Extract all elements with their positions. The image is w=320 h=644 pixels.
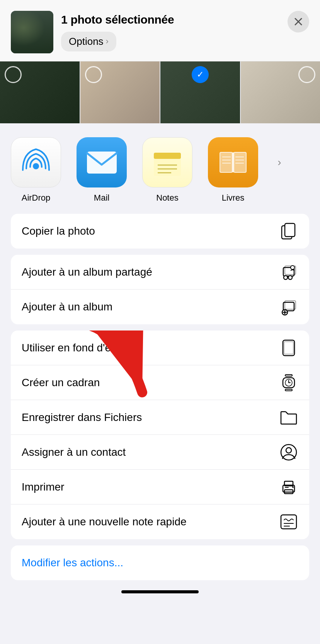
modify-actions-group: Modifier les actions... (11, 545, 309, 580)
airdrop-label: AirDrop (22, 193, 51, 203)
selection-circle (5, 66, 22, 83)
airdrop-icon (11, 137, 61, 187)
save-files-label: Enregistrer dans Fichiers (22, 411, 142, 424)
wallpaper-label: Utiliser en fond d'écran (22, 342, 132, 354)
contact-icon (279, 443, 298, 462)
apps-row: AirDrop Mail (11, 137, 309, 203)
photo-strip-item[interactable] (0, 61, 80, 123)
app-item-books[interactable]: Livres (208, 137, 258, 203)
close-button[interactable] (288, 11, 309, 32)
mail-label: Mail (94, 193, 109, 203)
watch-icon (279, 373, 298, 392)
add-shared-album-label: Ajouter à un album partagé (22, 266, 152, 278)
assign-contact-item[interactable]: Assigner à un contact (11, 435, 309, 470)
folder-icon (279, 408, 298, 427)
wallpaper-icon (279, 338, 298, 358)
action-group-2: Ajouter à un album partagé Ajouter à un … (11, 255, 309, 324)
close-icon (293, 16, 304, 27)
save-files-item[interactable]: Enregistrer dans Fichiers (11, 400, 309, 435)
selection-circle (298, 66, 315, 83)
actions-section: Copier la photo Ajouter à un album parta… (0, 214, 320, 580)
svg-rect-9 (220, 152, 232, 172)
add-album-item[interactable]: Ajouter à un album (11, 290, 309, 324)
app-item-airdrop[interactable]: AirDrop (11, 137, 61, 203)
quick-note-label: Ajouter à une nouvelle note rapide (22, 516, 187, 528)
add-album-label: Ajouter à un album (22, 301, 112, 313)
svg-rect-21 (285, 223, 295, 237)
action-group-3: Utiliser en fond d'écran Créer un cadran (11, 331, 309, 539)
wallpaper-item[interactable]: Utiliser en fond d'écran (11, 331, 309, 365)
header-info: 1 photo sélectionnée Options › (61, 13, 309, 51)
copy-photo-label: Copier la photo (22, 225, 95, 237)
shared-album-icon (279, 262, 298, 282)
share-header: 1 photo sélectionnée Options › (0, 0, 320, 61)
photo-strip: ✓ (0, 61, 320, 123)
copy-photo-item[interactable]: Copier la photo (11, 214, 309, 249)
home-indicator-area (0, 580, 320, 603)
watch-face-item[interactable]: Créer un cadran (11, 365, 309, 400)
svg-rect-3 (87, 152, 117, 174)
add-shared-album-item[interactable]: Ajouter à un album partagé (11, 255, 309, 290)
add-album-icon (279, 297, 298, 317)
svg-point-26 (291, 266, 294, 269)
print-label: Imprimer (22, 481, 64, 493)
apps-section: AirDrop Mail (0, 123, 320, 214)
svg-rect-32 (283, 340, 294, 356)
modify-actions-button[interactable]: Modifier les actions... (11, 545, 309, 580)
more-apps-indicator: › (274, 137, 285, 187)
home-bar (121, 590, 199, 593)
svg-point-47 (292, 486, 294, 488)
copy-icon (279, 221, 298, 241)
watch-face-label: Créer un cadran (22, 377, 100, 389)
app-item-notes[interactable]: Notes (142, 137, 192, 203)
header-title: 1 photo sélectionnée (61, 13, 309, 26)
photo-thumbnail (11, 11, 53, 53)
app-item-mail[interactable]: Mail (77, 137, 127, 203)
svg-rect-5 (154, 153, 181, 159)
svg-point-23 (284, 276, 288, 279)
chevron-right-icon: › (106, 36, 109, 46)
selection-checkmark: ✓ (192, 66, 209, 83)
svg-point-24 (288, 276, 292, 279)
svg-rect-48 (281, 515, 296, 529)
options-button[interactable]: Options › (61, 32, 116, 51)
selection-circle (85, 66, 102, 83)
photo-strip-item[interactable] (80, 61, 160, 123)
books-app-icon (208, 137, 258, 187)
photo-strip-item-selected[interactable]: ✓ (160, 61, 240, 123)
action-group-1: Copier la photo (11, 214, 309, 249)
photo-strip-item[interactable] (241, 61, 320, 123)
svg-point-2 (33, 163, 39, 169)
print-item[interactable]: Imprimer (11, 470, 309, 504)
svg-rect-11 (234, 152, 246, 172)
svg-rect-35 (285, 389, 292, 391)
assign-contact-label: Assigner à un contact (22, 446, 126, 458)
svg-point-42 (286, 448, 291, 453)
print-icon (279, 477, 298, 497)
svg-rect-33 (284, 342, 293, 354)
mail-app-icon (77, 137, 127, 187)
quick-note-icon (279, 512, 298, 532)
svg-rect-34 (285, 375, 292, 376)
books-label: Livres (222, 193, 245, 203)
notes-app-icon (142, 137, 192, 187)
quick-note-item[interactable]: Ajouter à une nouvelle note rapide (11, 504, 309, 539)
notes-label: Notes (156, 193, 178, 203)
